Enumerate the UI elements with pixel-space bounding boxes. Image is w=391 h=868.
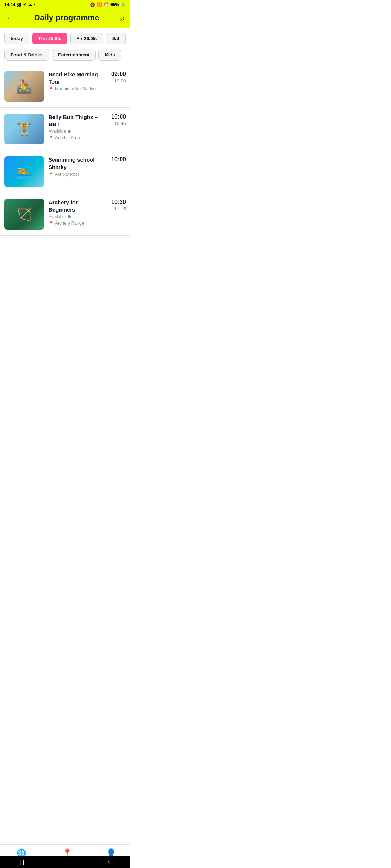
activity-info-swimming: Swimming school Sharky📍Activity Pool [49,156,104,177]
location-text-swimming: Activity Pool [55,172,79,177]
activity-image-bbt: 🏋️ [4,114,44,144]
activity-time-archery: 10:3011:15 [108,199,126,212]
date-tab-thu[interactable]: Thu 25.05. [32,33,68,44]
status-right: 🔇 📶 ⏰ 65% 🔋 [90,2,126,7]
location-text-bbt: Aerobic Area [55,135,80,140]
alarm-icon: ⏰ [104,2,109,7]
time-start-road-bike: 09:00 [108,71,126,77]
time-end-bbt: 10:45 [108,121,126,126]
activity-list: 🚵Road Bike Morning Tour📍Mountainbike Sta… [0,65,130,265]
activity-info-archery: Archery for BeginnersAvailable📍Archery R… [49,199,104,226]
available-dot-bbt [68,130,71,133]
activity-item-archery[interactable]: 🏹Archery for BeginnersAvailable📍Archery … [0,193,130,236]
activity-image-swimming: 🏊 [4,156,44,187]
available-text-bbt: Available [49,129,66,134]
category-tab-kids[interactable]: Kids [98,49,121,61]
dot-icon: • [34,2,35,7]
activity-item-bbt[interactable]: 🏋️Belly Butt Thighs – BBTAvailable📍Aerob… [0,108,130,150]
location-row-road-bike: 📍Mountainbike Station [49,86,104,92]
location-pin-icon-archery: 📍 [49,221,54,226]
location-pin-icon-road-bike: 📍 [49,87,54,92]
activity-name-bbt: Belly Butt Thighs – BBT [49,114,104,128]
activity-item-road-bike[interactable]: 🚵Road Bike Morning Tour📍Mountainbike Sta… [0,65,130,108]
activity-time-swimming: 10:00 [108,156,126,163]
date-tab-sat[interactable]: Sat [106,33,126,44]
activity-image-archery: 🏹 [4,199,44,230]
time-end-archery: 11:15 [108,206,126,212]
time-start-swimming: 10:00 [108,156,126,163]
status-bar: 14:14 🖼 ✔ ☁ • 🔇 📶 ⏰ 65% 🔋 [0,0,130,9]
category-tabs: Food & DrinksEntertainmentKids [0,47,130,65]
date-tab-fri[interactable]: Fri 26.05. [70,33,103,44]
photo-icon: 🖼 [17,2,21,7]
mute-icon: 🔇 [90,2,95,7]
activity-name-road-bike: Road Bike Morning Tour [49,71,104,85]
activity-info-bbt: Belly Butt Thighs – BBTAvailable📍Aerobic… [49,114,104,140]
wifi-icon: 📶 [97,2,102,7]
activity-image-road-bike: 🚵 [4,71,44,102]
time-start-bbt: 10:00 [108,114,126,120]
available-text-archery: Available [49,214,66,219]
activity-time-bbt: 10:0010:45 [108,114,126,126]
location-row-swimming: 📍Activity Pool [49,172,104,177]
location-text-archery: Archery Range [55,221,84,226]
check-icon: ✔ [23,2,26,7]
date-tabs: todayThu 25.05.Fri 26.05.Sat [0,28,130,47]
header: ← Daily programme ⌕ [0,9,130,28]
time-start-archery: 10:30 [108,199,126,205]
location-pin-icon-swimming: 📍 [49,172,54,177]
category-tab-food[interactable]: Food & Drinks [4,49,49,61]
location-text-road-bike: Mountainbike Station [55,86,96,92]
date-tab-today[interactable]: today [4,33,29,44]
battery-text: 65% [110,2,119,7]
location-row-bbt: 📍Aerobic Area [49,135,104,140]
available-dot-archery [68,215,71,218]
battery-icon: 🔋 [121,2,126,7]
page-title: Daily programme [34,13,100,22]
time-end-road-bike: 12:00 [108,78,126,84]
activity-item-swimming[interactable]: 🏊Swimming school Sharky📍Activity Pool10:… [0,150,130,193]
status-time: 14:14 [4,2,16,7]
cloud-icon: ☁ [28,2,32,7]
back-button[interactable]: ← [6,13,14,22]
availability-row-archery: Available [49,214,104,219]
category-tab-entertainment[interactable]: Entertainment [52,49,96,61]
location-row-archery: 📍Archery Range [49,221,104,226]
activity-name-swimming: Swimming school Sharky [49,156,104,170]
location-pin-icon-bbt: 📍 [49,136,54,140]
activity-name-archery: Archery for Beginners [49,199,104,213]
status-left: 14:14 🖼 ✔ ☁ • [4,2,35,7]
activity-info-road-bike: Road Bike Morning Tour📍Mountainbike Stat… [49,71,104,92]
availability-row-bbt: Available [49,129,104,134]
search-button[interactable]: ⌕ [120,13,125,22]
activity-time-road-bike: 09:0012:00 [108,71,126,84]
